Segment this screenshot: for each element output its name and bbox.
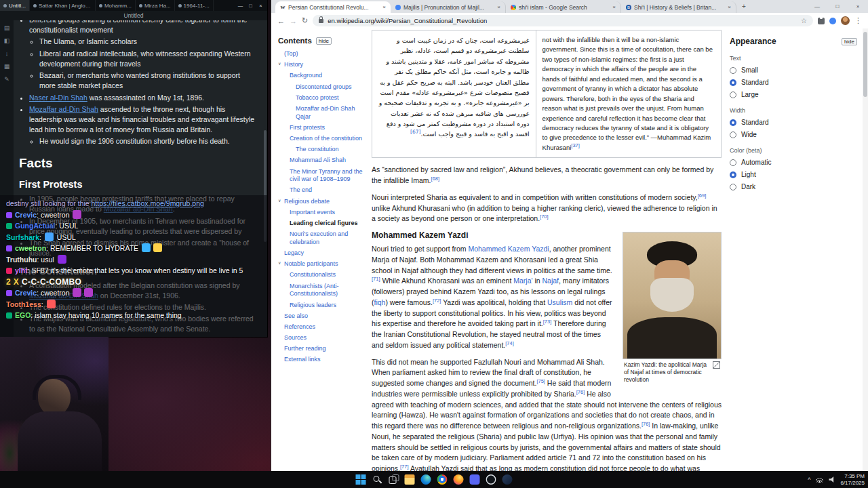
enlarge-icon[interactable] <box>713 361 720 369</box>
toc-item-2[interactable]: Background <box>278 72 363 80</box>
toc-item-13[interactable]: Important events <box>278 209 363 217</box>
notes-tab-3[interactable]: Mirza Ha... <box>136 0 175 11</box>
close-button[interactable]: × <box>848 0 868 13</box>
contents-hide-button[interactable]: hide <box>316 37 332 45</box>
reference-marker[interactable]: [70] <box>540 214 549 220</box>
extension-icon[interactable] <box>829 18 836 24</box>
text-size-option-0[interactable]: Small <box>730 66 857 74</box>
profile-avatar[interactable] <box>841 16 850 25</box>
toc-item-3[interactable]: Discontented groups <box>278 83 363 92</box>
discord-icon[interactable] <box>470 474 480 485</box>
reference-marker[interactable]: [67] <box>410 129 420 135</box>
toc-item-12[interactable]: ∨ Religious debate <box>278 198 363 206</box>
reference-marker[interactable]: [73] <box>543 319 552 325</box>
note-link[interactable]: Naser al-Din Shah <box>29 94 87 102</box>
reference-marker[interactable]: [71] <box>372 276 380 282</box>
back-button[interactable]: ← <box>277 17 285 25</box>
notes-tab-1[interactable]: Sattar Khan | Anglo-Ru... <box>30 0 96 11</box>
maximize-button[interactable]: □ <box>245 3 256 9</box>
browser-menu-icon[interactable]: ⋮ <box>854 16 862 25</box>
section-expand-icon[interactable] <box>278 334 284 342</box>
reference-marker[interactable]: [76] <box>576 388 585 394</box>
network-icon[interactable] <box>816 476 823 483</box>
color-option-0[interactable]: Automatic <box>730 159 857 166</box>
inline-link[interactable]: Usulism <box>547 298 572 306</box>
section-expand-icon[interactable] <box>278 356 284 364</box>
section-expand-icon[interactable] <box>278 50 284 58</box>
toc-item-10[interactable]: The Minor Tyranny and the civil war of 1… <box>278 168 363 184</box>
start-button[interactable] <box>356 474 366 485</box>
reference-marker[interactable]: [68] <box>431 176 440 182</box>
kazim-yazdi-photo[interactable] <box>623 232 722 359</box>
scrollbar-thumb[interactable] <box>863 32 867 97</box>
text-size-option-2[interactable]: Large <box>730 91 857 98</box>
notes-tab-2[interactable]: Mohamm... <box>96 0 136 11</box>
toc-item-11[interactable]: The end <box>278 186 363 195</box>
minimize-button[interactable]: — <box>807 0 827 13</box>
obs-icon[interactable] <box>486 474 496 485</box>
color-option-2[interactable]: Dark <box>730 183 857 190</box>
section-expand-icon[interactable]: ∨ <box>278 61 284 69</box>
browser-tab-3[interactable]: B Shi'i | History & Beliefs | Britan... … <box>621 1 736 13</box>
inline-link[interactable]: Marja' <box>513 277 532 285</box>
task-view-button[interactable] <box>389 474 399 485</box>
tray-expand-icon[interactable]: ^ <box>808 476 810 483</box>
width-option-0[interactable]: Standard <box>730 119 857 126</box>
toc-item-22[interactable]: References <box>278 323 363 331</box>
reference-marker[interactable]: [72] <box>433 297 441 303</box>
toc-item-25[interactable]: External links <box>278 356 363 364</box>
tab-close-icon[interactable]: × <box>382 4 386 10</box>
history-icon[interactable]: ▦ <box>4 63 10 70</box>
section-expand-icon[interactable] <box>278 345 284 353</box>
reference-marker[interactable]: [69] <box>698 192 707 198</box>
firefox-browser-icon[interactable] <box>454 474 464 485</box>
page-scrollbar[interactable] <box>863 28 868 471</box>
toc-item-4[interactable]: Tobacco protest <box>278 94 363 102</box>
chat-link[interactable]: https://files.catbox.moe/9mgrub.png <box>91 199 203 207</box>
toc-item-1[interactable]: ∨ History <box>278 61 363 69</box>
tab-close-icon[interactable]: × <box>612 4 616 10</box>
color-option-1[interactable]: Light <box>730 171 857 178</box>
inline-link[interactable]: Mohammed Kazem Yazdi <box>468 245 549 253</box>
toc-item-0[interactable]: (Top) <box>278 50 363 58</box>
section-expand-icon[interactable] <box>278 249 284 258</box>
notes-tab-4[interactable]: 1964-11-... <box>175 0 214 11</box>
width-option-1[interactable]: Wide <box>730 131 857 138</box>
browser-tab-2[interactable]: shi'i islam - Google Search × <box>506 1 621 13</box>
reference-marker[interactable]: [37] <box>571 142 580 148</box>
forward-button[interactable]: → <box>290 17 297 25</box>
toc-item-20[interactable]: Religious leaders <box>278 302 363 310</box>
close-button[interactable]: × <box>256 3 266 9</box>
section-expand-icon[interactable] <box>278 323 284 331</box>
taskbar-clock[interactable]: 7:35 PM 6/17/2025 <box>840 473 865 487</box>
bookmark-star-icon[interactable]: ☆ <box>801 17 807 24</box>
tab-close-icon[interactable]: × <box>497 4 500 10</box>
notes-tab-0[interactable]: Untitl... <box>0 0 30 11</box>
reference-marker[interactable]: [77] <box>400 464 409 470</box>
site-security-lock-icon[interactable] <box>319 19 323 23</box>
volume-icon[interactable] <box>829 476 835 483</box>
maximize-button[interactable]: □ <box>827 0 848 13</box>
toc-item-8[interactable]: The constitution <box>278 146 363 154</box>
toc-item-16[interactable]: Legacy <box>278 249 363 258</box>
reload-button[interactable]: ↻ <box>302 16 308 25</box>
chrome-browser-icon[interactable] <box>437 474 448 485</box>
text-size-option-1[interactable]: Standard <box>730 79 857 86</box>
bookmarks-icon[interactable]: ◧ <box>4 37 10 44</box>
toc-item-14[interactable]: Leading clerical figures <box>278 220 363 228</box>
appearance-hide-button[interactable]: hide <box>842 38 857 45</box>
tab-close-icon[interactable]: × <box>728 4 731 10</box>
toc-item-9[interactable]: Mohammad Ali Shah <box>278 157 363 165</box>
inline-link[interactable]: Najaf <box>542 277 559 285</box>
steam-icon[interactable] <box>502 474 513 485</box>
toc-item-21[interactable]: See also <box>278 312 363 321</box>
edge-browser-icon[interactable] <box>421 474 431 485</box>
toc-item-19[interactable]: Monarchists (Anti-Constitutionalists) <box>278 283 363 298</box>
panels-icon[interactable]: ▤ <box>4 24 10 31</box>
inline-link[interactable]: fiqh <box>374 298 386 306</box>
toc-item-17[interactable]: ∨ Notable participants <box>278 260 363 268</box>
browser-tab-1[interactable]: Majilis | Pronunciation of Majil... × <box>391 1 506 13</box>
minimize-button[interactable]: — <box>235 3 245 9</box>
reference-marker[interactable]: [75] <box>536 378 545 384</box>
toc-item-24[interactable]: Further reading <box>278 345 363 353</box>
